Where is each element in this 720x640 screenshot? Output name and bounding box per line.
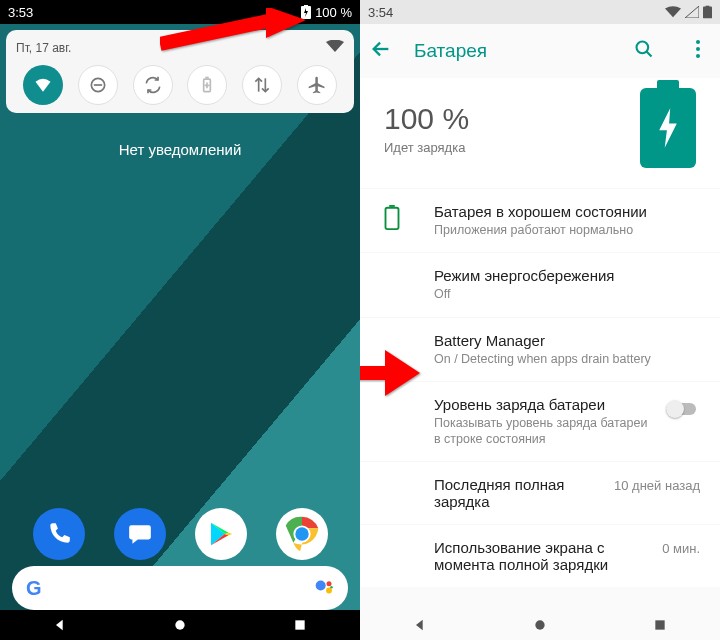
- overflow-menu[interactable]: [686, 40, 710, 62]
- svg-point-17: [295, 527, 308, 540]
- status-time: 3:53: [8, 5, 33, 20]
- row-subtitle: Off: [434, 286, 700, 302]
- wifi-icon: [665, 6, 681, 18]
- row-power-saver[interactable]: Режим энергосбережения Off: [360, 252, 720, 316]
- row-value: 10 дней назад: [614, 478, 700, 493]
- svg-marker-22: [56, 620, 63, 631]
- battery-icon: [703, 5, 712, 19]
- qs-battery-saver[interactable]: [187, 65, 227, 105]
- svg-point-19: [327, 581, 332, 586]
- row-value: 0 мин.: [662, 541, 700, 556]
- svg-rect-1: [304, 5, 308, 7]
- svg-marker-11: [211, 523, 225, 546]
- wifi-signal-icon: [326, 40, 344, 55]
- nav-recent[interactable]: [649, 614, 671, 636]
- nav-back[interactable]: [49, 614, 71, 636]
- row-title: Режим энергосбережения: [434, 267, 700, 284]
- row-subtitle: Показывать уровень заряда батареи в стро…: [434, 415, 700, 448]
- phone-app[interactable]: [33, 508, 85, 560]
- signal-icon: [685, 6, 699, 18]
- qs-mobile-data[interactable]: [242, 65, 282, 105]
- chrome-app[interactable]: [276, 508, 328, 560]
- svg-point-20: [326, 588, 332, 594]
- app-dock: [0, 508, 360, 560]
- battery-health-icon: [382, 205, 406, 229]
- svg-point-32: [637, 42, 649, 54]
- notif-date: Пт, 17 авг.: [16, 41, 71, 55]
- svg-marker-44: [385, 350, 420, 396]
- qs-dnd[interactable]: [78, 65, 118, 105]
- qs-wifi[interactable]: [23, 65, 63, 105]
- row-title: Уровень заряда батареи: [434, 396, 700, 413]
- nav-home[interactable]: [529, 614, 551, 636]
- status-bar: 3:54: [360, 0, 720, 24]
- battery-percent-label: 100 %: [315, 5, 352, 20]
- row-last-full-charge[interactable]: Последняя полная зарядка 10 дней назад: [360, 461, 720, 524]
- battery-level-switch[interactable]: [666, 400, 700, 418]
- svg-rect-30: [706, 6, 710, 8]
- nav-back[interactable]: [409, 614, 431, 636]
- no-notifications-label: Нет уведомлений: [0, 141, 360, 158]
- status-time: 3:54: [368, 5, 393, 20]
- qs-auto-rotate[interactable]: [133, 65, 173, 105]
- svg-point-34: [696, 40, 700, 44]
- battery-large-icon: [640, 88, 696, 168]
- svg-marker-28: [685, 6, 699, 18]
- nav-recent[interactable]: [289, 614, 311, 636]
- page-title: Батарея: [414, 40, 602, 62]
- row-subtitle: On / Detecting when apps drain battery: [434, 351, 700, 367]
- google-logo-icon: G: [26, 577, 42, 600]
- back-button[interactable]: [370, 38, 392, 64]
- svg-marker-40: [416, 620, 423, 631]
- nav-home[interactable]: [169, 614, 191, 636]
- app-bar: Батарея: [360, 24, 720, 78]
- battery-percent: 100 %: [384, 102, 469, 136]
- assistant-icon[interactable]: [314, 578, 334, 598]
- charging-label: Идет зарядка: [384, 140, 469, 155]
- svg-point-35: [696, 47, 700, 51]
- svg-rect-26: [160, 14, 269, 51]
- row-title: Батарея в хорошем состоянии: [434, 203, 700, 220]
- messages-app[interactable]: [114, 508, 166, 560]
- row-title: Battery Manager: [434, 332, 700, 349]
- svg-rect-38: [386, 208, 399, 229]
- svg-rect-42: [655, 620, 664, 629]
- row-battery-health[interactable]: Батарея в хорошем состоянии Приложения р…: [360, 188, 720, 252]
- qs-airplane[interactable]: [297, 65, 337, 105]
- annotation-arrow-2: [360, 350, 420, 396]
- phone-battery-settings: 3:54 Батарея 100 % Идет зарядка Батарея …: [360, 0, 720, 640]
- quick-settings-row: [16, 65, 344, 105]
- phone-home-screen: 3:53 100 % Пт, 17 авг. Нет уведомлений G: [0, 0, 360, 640]
- battery-hero: 100 % Идет зарядка: [360, 78, 720, 188]
- nav-bar: [360, 610, 720, 640]
- svg-marker-27: [266, 8, 306, 38]
- svg-rect-24: [295, 620, 304, 629]
- status-right: [665, 5, 712, 19]
- row-subtitle: Приложения работают нормально: [434, 222, 700, 238]
- svg-line-33: [647, 52, 652, 57]
- svg-point-36: [696, 54, 700, 58]
- svg-point-41: [535, 620, 544, 629]
- annotation-arrow-1: [160, 8, 310, 68]
- svg-point-23: [175, 620, 184, 629]
- svg-point-21: [330, 586, 333, 589]
- svg-marker-37: [659, 108, 677, 148]
- svg-rect-29: [703, 7, 712, 19]
- search-button[interactable]: [624, 39, 664, 63]
- svg-point-18: [316, 581, 326, 591]
- row-title: Использование экрана с момента полной за…: [434, 539, 700, 573]
- google-search-bar[interactable]: G: [12, 566, 348, 610]
- play-store-app[interactable]: [195, 508, 247, 560]
- nav-bar: [0, 610, 360, 640]
- row-screen-usage[interactable]: Использование экрана с момента полной за…: [360, 524, 720, 587]
